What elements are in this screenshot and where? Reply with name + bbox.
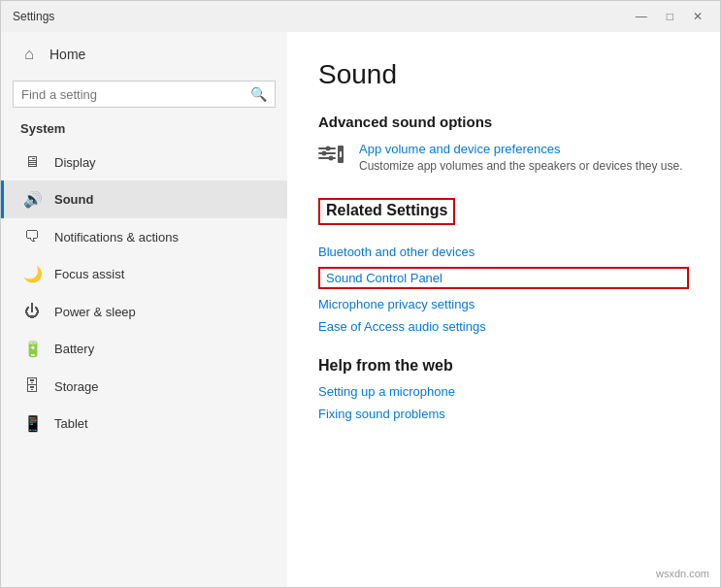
- battery-icon: 🔋: [23, 340, 41, 358]
- sidebar-label-focus: Focus assist: [54, 267, 124, 281]
- link-ease-of-access[interactable]: Ease of Access audio settings: [318, 319, 689, 334]
- sound-icon: 🔊: [23, 190, 41, 209]
- watermark: wsxdn.com: [652, 567, 713, 580]
- svg-rect-1: [318, 152, 336, 154]
- home-label: Home: [49, 47, 85, 62]
- sidebar-label-storage: Storage: [54, 379, 99, 394]
- help-links: Setting up a microphone Fixing sound pro…: [318, 384, 689, 421]
- window-controls: — □ ✕: [630, 11, 708, 22]
- sidebar-item-storage[interactable]: 🗄 Storage: [1, 368, 287, 405]
- sidebar-item-home[interactable]: ⌂ Home: [1, 32, 287, 77]
- sidebar-label-notifications: Notifications & actions: [54, 230, 179, 245]
- sidebar-label-power: Power & sleep: [54, 305, 136, 319]
- app-volume-link[interactable]: App volume and device preferences: [359, 142, 683, 156]
- sidebar-label-display: Display: [54, 155, 96, 170]
- app-volume-card: App volume and device preferences Custom…: [318, 142, 689, 175]
- related-settings-heading: Related Settings: [326, 202, 447, 218]
- storage-icon: 🗄: [23, 377, 41, 395]
- help-section-heading: Help from the web: [318, 357, 689, 375]
- sidebar-item-sound[interactable]: 🔊 Sound: [1, 180, 287, 218]
- display-icon: 🖥: [23, 153, 41, 171]
- notifications-icon: 🗨: [23, 228, 41, 245]
- app-volume-icon: [318, 142, 345, 171]
- app-body: ⌂ Home 🔍 System 🖥 Display 🔊 Sound 🗨 Noti…: [1, 32, 720, 587]
- app-volume-desc: Customize app volumes and the speakers o…: [359, 158, 683, 175]
- svg-point-5: [329, 156, 334, 161]
- sidebar-section-label: System: [1, 117, 287, 144]
- sidebar-item-power[interactable]: ⏻ Power & sleep: [1, 293, 287, 330]
- advanced-section-heading: Advanced sound options: [318, 114, 689, 130]
- sidebar-item-display[interactable]: 🖥 Display: [1, 144, 287, 180]
- close-button[interactable]: ✕: [687, 11, 708, 22]
- link-bluetooth[interactable]: Bluetooth and other devices: [318, 245, 689, 259]
- search-input[interactable]: [21, 87, 250, 102]
- related-settings-links: Bluetooth and other devices Sound Contro…: [318, 245, 689, 334]
- search-box[interactable]: 🔍: [13, 81, 276, 108]
- link-setup-microphone[interactable]: Setting up a microphone: [318, 384, 689, 399]
- sidebar: ⌂ Home 🔍 System 🖥 Display 🔊 Sound 🗨 Noti…: [1, 32, 287, 587]
- focus-icon: 🌙: [23, 265, 41, 283]
- sidebar-item-tablet[interactable]: 📱 Tablet: [1, 405, 287, 442]
- sidebar-item-notifications[interactable]: 🗨 Notifications & actions: [1, 218, 287, 255]
- sidebar-label-battery: Battery: [54, 342, 94, 356]
- sidebar-item-focus[interactable]: 🌙 Focus assist: [1, 255, 287, 293]
- search-icon: 🔍: [250, 86, 267, 102]
- tablet-icon: 📱: [23, 414, 41, 433]
- title-bar: Settings — □ ✕: [1, 1, 720, 32]
- sidebar-label-tablet: Tablet: [54, 416, 88, 431]
- sidebar-item-battery[interactable]: 🔋 Battery: [1, 330, 287, 368]
- link-microphone-privacy[interactable]: Microphone privacy settings: [318, 297, 689, 311]
- sidebar-label-sound: Sound: [54, 192, 93, 207]
- svg-point-4: [322, 151, 327, 156]
- app-volume-text: App volume and device preferences Custom…: [359, 142, 683, 175]
- related-settings-heading-box: Related Settings: [318, 198, 689, 235]
- link-sound-control-panel[interactable]: Sound Control Panel: [318, 267, 689, 289]
- maximize-button[interactable]: □: [661, 11, 679, 22]
- app-title: Settings: [13, 10, 54, 23]
- minimize-button[interactable]: —: [630, 11, 653, 22]
- home-icon: ⌂: [20, 46, 38, 63]
- related-settings-box: Related Settings: [318, 198, 455, 225]
- svg-rect-7: [340, 151, 342, 157]
- power-icon: ⏻: [23, 303, 41, 320]
- page-title: Sound: [318, 59, 689, 90]
- content-area: Sound Advanced sound options App volume …: [287, 32, 720, 587]
- svg-point-3: [326, 147, 331, 151]
- link-fixing-sound[interactable]: Fixing sound problems: [318, 407, 689, 421]
